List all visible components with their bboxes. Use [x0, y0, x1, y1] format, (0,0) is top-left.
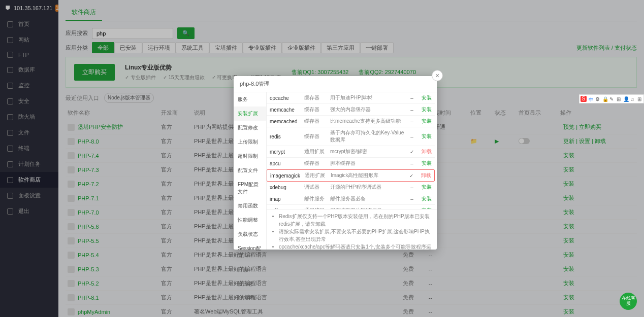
- modal-nav-item[interactable]: 慢日志: [234, 277, 266, 291]
- modal-nav-item[interactable]: Session配置: [234, 241, 266, 263]
- modal-nav-item[interactable]: 配置修改: [234, 121, 266, 135]
- support-button[interactable]: 在线客服: [620, 293, 637, 310]
- modal-title: php-8.0管理: [240, 81, 270, 87]
- ext-action[interactable]: 安装: [418, 184, 432, 191]
- ime-toolbar[interactable]: S 中⚙🔒✎⊞👤♫⊞: [579, 94, 644, 103]
- modal-nav-item[interactable]: 配置文件: [234, 163, 266, 178]
- modal-nav-item[interactable]: 上传限制: [234, 135, 266, 149]
- status-icon: –: [408, 95, 415, 101]
- ext-action[interactable]: 安装: [418, 133, 432, 140]
- modal-nav-item[interactable]: 超时限制: [234, 149, 266, 163]
- modal-nav-item[interactable]: 性能调整: [234, 213, 266, 227]
- extension-row: exif通用扩展用于读取图片EXIF信息–安装: [267, 205, 435, 209]
- modal-nav-item[interactable]: 日志: [234, 263, 266, 277]
- status-icon: –: [408, 161, 415, 166]
- extension-row: opcache缓存器用于加速PHP脚本!–安装: [267, 92, 435, 104]
- ext-action[interactable]: 安装: [418, 195, 432, 202]
- modal-nav-item[interactable]: 服务: [234, 92, 266, 107]
- modal-nav-item[interactable]: 安装扩展: [234, 107, 266, 121]
- modal-nav-item[interactable]: FPM配置文件: [234, 178, 266, 199]
- ext-action[interactable]: 安装: [418, 160, 432, 167]
- status-icon: ✓: [408, 173, 415, 179]
- extension-row: imap邮件服务邮件服务器必备–安装: [267, 193, 435, 205]
- php-manage-modal: php-8.0管理 × 服务安装扩展配置修改上传限制超时限制配置文件FPM配置文…: [234, 76, 437, 250]
- status-icon: –: [408, 208, 415, 209]
- modal-nav-item[interactable]: 禁用函数: [234, 199, 266, 213]
- status-icon: –: [408, 119, 415, 124]
- extension-row: mcrypt通用扩展mcrypt加密/解密✓卸载: [267, 146, 435, 158]
- ext-action[interactable]: 卸载: [418, 148, 432, 155]
- status-icon: ✓: [408, 149, 415, 155]
- modal-nav-item[interactable]: phpinfo: [234, 291, 266, 304]
- extension-row: memcache缓存器强大的内容缓存器–安装: [267, 104, 435, 116]
- extension-row: imagemagick通用扩展Imagick高性能图形库✓卸载: [267, 169, 435, 182]
- status-icon: –: [408, 134, 415, 139]
- extension-row: memcached缓存器比memcache支持更多高级功能–安装: [267, 116, 435, 127]
- modal-nav-item[interactable]: 负载状态: [234, 227, 266, 241]
- extension-row: redis缓存器基于内存亦可持久化的Key-Value数据库–安装: [267, 127, 435, 146]
- status-icon: –: [408, 185, 415, 190]
- modal-tips: Redis扩展仅支持一个PHP版本安装使用，若在别的PHP版本已安装redis扩…: [267, 209, 437, 250]
- extension-row: apcu缓存器脚本缓存器–安装: [267, 158, 435, 169]
- ext-action[interactable]: 安装: [418, 94, 432, 101]
- extension-row: xdebug调试器开源的PHP程序调试器–安装: [267, 182, 435, 193]
- close-icon[interactable]: ×: [432, 70, 443, 81]
- modal-nav: 服务安装扩展配置修改上传限制超时限制配置文件FPM配置文件禁用函数性能调整负载状…: [234, 92, 267, 250]
- ext-action[interactable]: 卸载: [418, 172, 431, 179]
- ext-action[interactable]: 安装: [418, 207, 432, 209]
- status-icon: –: [408, 196, 415, 202]
- extension-list: opcache缓存器用于加速PHP脚本!–安装memcache缓存器强大的内容缓…: [267, 92, 437, 209]
- ext-action[interactable]: 安装: [418, 118, 432, 125]
- status-icon: –: [408, 107, 415, 113]
- ext-action[interactable]: 安装: [418, 106, 432, 113]
